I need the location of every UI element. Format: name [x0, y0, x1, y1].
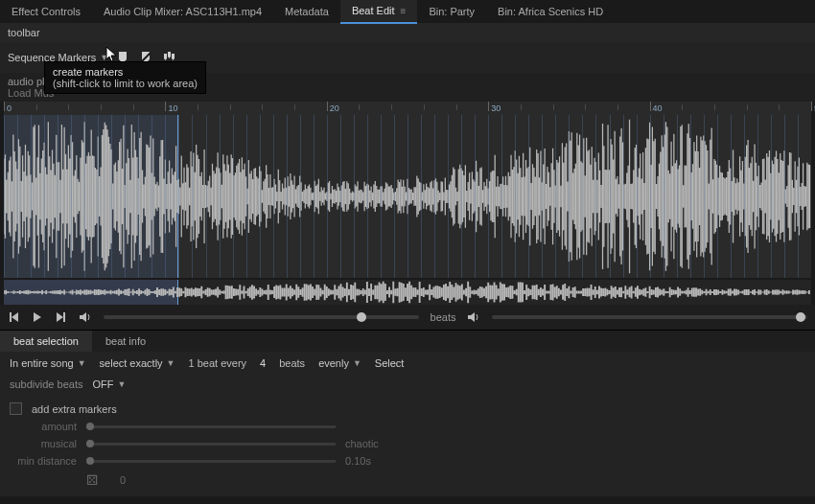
amount-slider[interactable] — [86, 425, 336, 428]
chevron-down-icon: ▼ — [78, 358, 86, 368]
volume-slider[interactable] — [104, 315, 419, 319]
subtab-beat-selection[interactable]: beat selection — [0, 331, 92, 352]
tab-label: Bin: Africa Scenics HD — [498, 6, 603, 17]
beats-slider[interactable] — [492, 315, 807, 319]
tooltip-line2: (shift-click to limit to work area) — [53, 78, 198, 89]
svg-marker-7 — [468, 312, 475, 322]
min-distance-label: min distance — [10, 455, 77, 467]
min-distance-value: 0.10s — [345, 455, 371, 467]
tab-label: Beat Edit — [352, 5, 395, 16]
musical-label: musical — [10, 438, 77, 449]
scope-dropdown[interactable]: In entire song ▼ — [10, 357, 86, 369]
amount-label: amount — [10, 421, 77, 432]
distribution-dropdown[interactable]: evenly ▼ — [318, 357, 361, 369]
every-label: 1 beat every — [189, 357, 247, 369]
tab-metadata[interactable]: Metadata — [273, 0, 340, 23]
mouse-cursor-icon — [105, 46, 119, 63]
svg-marker-2 — [12, 312, 18, 322]
chevron-down-icon: ▼ — [167, 358, 175, 368]
dropdown-label: OFF — [92, 378, 113, 390]
overview-graphic — [4, 280, 811, 305]
panel-menu-icon[interactable]: ≡ — [401, 6, 407, 16]
tooltip-line1: create markers — [53, 66, 198, 78]
volume-icon[interactable] — [79, 310, 92, 324]
every-value[interactable]: 4 — [260, 357, 266, 369]
mode-dropdown[interactable]: select exactly ▼ — [100, 357, 175, 369]
svg-rect-1 — [10, 312, 12, 322]
svg-marker-3 — [34, 312, 41, 322]
next-button[interactable] — [54, 310, 67, 324]
chevron-down-icon: ▼ — [353, 358, 361, 368]
tab-bin-africa[interactable]: Bin: Africa Scenics HD — [486, 0, 615, 23]
subdivide-label: subdivide beats — [10, 378, 82, 390]
tab-label: Audio Clip Mixer: ASC113H1.mp4 — [104, 6, 262, 17]
select-button[interactable]: Select — [375, 357, 405, 369]
dropdown-label: In entire song — [10, 357, 74, 369]
waveform-overview[interactable] — [4, 280, 811, 305]
panel-title: toolbar — [0, 23, 815, 42]
tab-effect-controls[interactable]: Effect Controls — [0, 0, 92, 23]
play-button[interactable] — [31, 310, 44, 324]
beats-label: beats — [431, 311, 456, 323]
prev-button[interactable] — [8, 310, 21, 324]
tab-label: Effect Controls — [12, 6, 81, 17]
waveform-main[interactable] — [4, 115, 811, 278]
musical-slider[interactable] — [86, 443, 336, 446]
tab-label: Metadata — [285, 6, 329, 17]
tab-bin-party[interactable]: Bin: Party — [417, 0, 486, 23]
min-distance-slider[interactable] — [86, 460, 336, 463]
subtab-label: beat info — [105, 335, 146, 347]
chevron-down-icon: ▼ — [117, 379, 126, 389]
subdivide-dropdown[interactable]: OFF ▼ — [92, 378, 126, 390]
add-extra-checkbox[interactable] — [10, 402, 22, 415]
tab-beat-edit[interactable]: Beat Edit≡ — [340, 0, 417, 24]
extra-count: 0 — [120, 474, 126, 486]
add-extra-label: add extra markers — [32, 403, 117, 415]
subtab-beat-info[interactable]: beat info — [92, 331, 159, 352]
svg-marker-6 — [80, 312, 86, 322]
subtab-label: beat selection — [13, 335, 79, 347]
chaotic-label: chaotic — [345, 438, 379, 449]
beats-volume-icon[interactable] — [467, 310, 480, 324]
beats-word: beats — [279, 357, 305, 369]
svg-rect-5 — [63, 312, 65, 322]
tooltip: create markers (shift-click to limit to … — [44, 61, 206, 94]
dropdown-label: evenly — [318, 357, 349, 369]
dropdown-label: select exactly — [100, 357, 163, 369]
tab-label: Bin: Party — [429, 6, 475, 17]
dice-icon[interactable]: ⚄ — [86, 472, 98, 488]
time-ruler[interactable]: 01020304050 — [4, 102, 811, 115]
tab-audio-mixer[interactable]: Audio Clip Mixer: ASC113H1.mp4 — [92, 0, 273, 23]
svg-marker-4 — [57, 312, 63, 322]
